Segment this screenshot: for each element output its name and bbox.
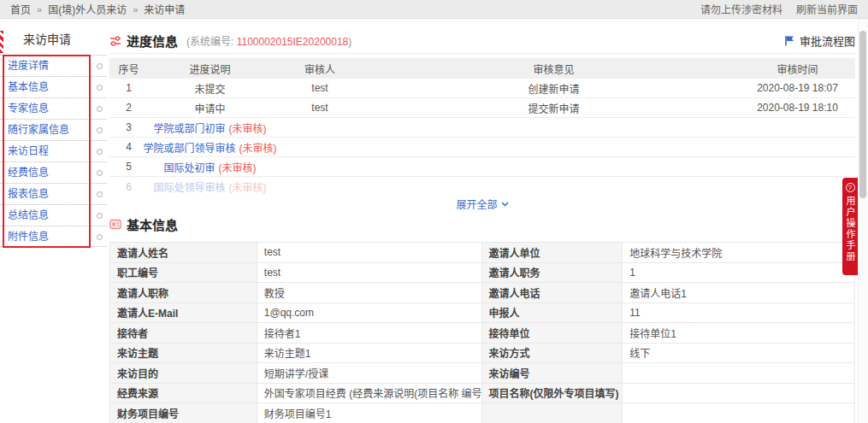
field-label: 接待单位 [482,323,623,344]
sidebar-title: 来访申请 [0,30,94,47]
step-opinion: 提交新申请 [368,101,740,115]
progress-row: 4学院或部门领导审核(未审核) [109,138,855,157]
sidebar-item[interactable]: 附件信息 [0,226,107,247]
stripe-marker [0,31,3,53]
field-label: 经费来源 [110,384,257,404]
step-number: 6 [109,181,148,193]
field-value: 来访主题1 [257,344,482,364]
step-number: 3 [109,121,148,133]
anchor-dot-icon [97,85,103,91]
progress-icon [109,35,121,47]
breadcrumb-bar: 首页 » 国(境)外人员来访 » 来访申请 请勿上传涉密材料 刷新当前界面 [0,0,868,19]
basic-info-row: 职工编号test邀请人职务1 [110,263,855,284]
basic-info-row: 邀请人姓名test邀请人单位地球科学与技术学院 [110,243,855,263]
progress-table-header: 序号进度说明审核人审核意见审核时间 [109,58,855,79]
field-value: 教授 [257,283,482,303]
step-description: 学院或部门领导审核(未审核) [148,140,272,155]
anchor-dot-icon [97,170,103,176]
progress-section-header: 进度信息 (系统编号: 1100002015IE20200018) 审批流程图 [109,32,855,50]
sidebar-item-label: 附件信息 [8,231,49,243]
scrollbar-track [858,19,868,423]
field-label: 邀请人E-Mail [110,303,257,324]
refresh-page-button[interactable]: 刷新当前界面 [796,2,858,16]
basic-info-row: 来访目的短期讲学/授课来访编号 [110,363,855,384]
field-value: 接待者1 [257,323,482,344]
sidebar-item-label: 基本信息 [8,81,49,93]
step-link[interactable]: 学院或部门领导审核 [144,140,236,155]
system-number: (系统编号: 1100002015IE20200018) [186,33,351,48]
basic-info-row: 接待者接待者1接待单位接待单位1 [110,323,855,344]
field-label: 申报人 [482,303,623,324]
progress-column-header: 审核意见 [368,62,740,76]
expand-all-wrap: 展开全部 [109,197,855,212]
question-circle-icon: ? [846,183,855,192]
progress-section-title: 进度信息 [127,32,178,50]
chevron-down-icon [501,202,509,207]
step-description: 国际处领导审核(未审核) [148,179,272,194]
progress-row: 6国际处领导审核(未审核) [109,177,855,197]
sidebar-item[interactable]: 来访日程 [0,140,107,162]
field-label: 邀请人职称 [110,283,257,303]
sidebar-item[interactable]: 报表信息 [0,183,107,204]
step-description: 申请中 [148,101,272,115]
basic-info-row: 财务项目编号财务项目编号1 [110,403,855,423]
basic-info-row: 邀请人E-Mail1@qq.com申报人11 [110,303,855,324]
anchor-dot-icon [97,149,103,155]
anchor-dot-icon [97,127,103,133]
step-number: 5 [109,161,148,173]
progress-table-body: 1未提交test创建新申请2020-08-19 18:072申请中test提交新… [109,79,855,197]
sidebar-item[interactable]: 经费信息 [0,162,107,183]
field-value: test [257,263,482,284]
anchor-dot-icon [97,106,103,112]
field-label: 邀请人电话 [482,283,623,303]
field-label: 接待者 [110,323,257,344]
pending-review-tag: (未审核) [229,120,267,135]
basic-info-row: 邀请人职称教授邀请人电话邀请人电话1 [110,283,855,303]
progress-column-header: 序号 [109,62,148,76]
breadcrumb-home[interactable]: 首页 [10,2,31,16]
breadcrumb-separator-icon: » [133,4,138,15]
user-manual-tab[interactable]: ? 用户操作手册 [842,178,858,275]
progress-table: 序号进度说明审核人审核意见审核时间 1未提交test创建新申请2020-08-1… [109,58,855,197]
id-card-icon [109,219,121,230]
scrollbar-thumb[interactable] [859,31,866,198]
step-link[interactable]: 国际处领导审核 [153,179,225,194]
basic-info-row: 来访主题来访主题1来访方式线下 [110,344,855,364]
pending-review-tag: (未审核) [219,160,257,174]
step-number: 4 [109,141,148,153]
step-link[interactable]: 国际处初审 [163,160,215,174]
approval-flowchart-label: 审批流程图 [800,32,855,49]
field-value [623,363,855,384]
basic-table: 邀请人姓名test邀请人单位地球科学与技术学院职工编号test邀请人职务1邀请人… [109,242,855,423]
basic-info-row: 经费来源外国专家项目经费 (经费来源说明(项目名称 编号)1)项目名称(仅限外专… [110,384,855,404]
step-time: 2020-08-19 18:10 [740,102,855,114]
progress-row: 2申请中test提交新申请2020-08-19 18:10 [109,98,855,118]
field-label: 邀请人姓名 [110,243,257,263]
sidebar-item-label: 随行家属信息 [8,124,69,136]
field-label: 来访方式 [482,344,623,364]
sidebar-item-label: 总结信息 [8,209,49,221]
field-label: 来访主题 [110,344,257,364]
sidebar-item-label: 报表信息 [8,188,49,200]
field-label: 项目名称(仅限外专项目填写) [482,384,623,404]
main-content: 进度信息 (系统编号: 1100002015IE20200018) 审批流程图 … [107,19,859,423]
field-value: 财务项目编号1 [257,403,482,423]
progress-column-header: 审核人 [272,62,368,76]
field-value: 线下 [623,344,855,364]
sidebar-item[interactable]: 随行家属信息 [0,119,107,140]
field-label: 来访目的 [110,363,257,384]
expand-all-button[interactable]: 展开全部 [456,197,508,211]
sidebar-item[interactable]: 基本信息 [0,76,107,97]
field-value: 11 [623,303,855,324]
sidebar-item[interactable]: 进度详情 [0,55,107,76]
basic-section-title: 基本信息 [127,215,178,233]
sidebar-item[interactable]: 总结信息 [0,204,107,226]
breadcrumb: 首页 » 国(境)外人员来访 » 来访申请 [10,2,185,16]
sidebar-item-label: 进度详情 [8,60,49,72]
sidebar-item[interactable]: 专家信息 [0,97,107,119]
user-manual-label: 用户操作手册 [843,196,857,262]
field-value [623,384,855,404]
step-link[interactable]: 学院或部门初审 [153,120,225,135]
approval-flowchart-button[interactable]: 审批流程图 [784,32,855,49]
breadcrumb-section[interactable]: 国(境)外人员来访 [48,2,127,16]
